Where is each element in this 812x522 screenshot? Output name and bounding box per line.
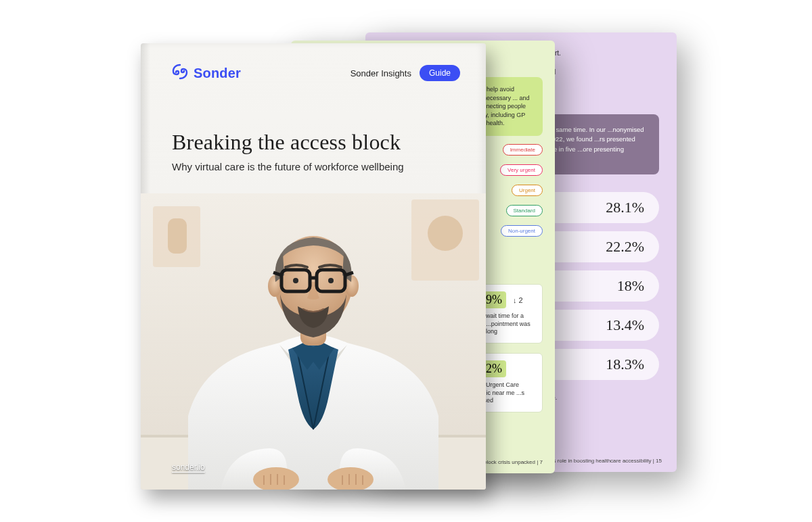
triage-pill-standard: Standard <box>506 205 543 216</box>
svg-point-14 <box>328 278 334 283</box>
cover-title: Breaking the access block <box>172 130 459 155</box>
cover-page: Sonder Sonder Insights Guide Breaking th… <box>141 43 486 490</box>
svg-point-13 <box>293 278 298 283</box>
insights-label: Sonder Insights <box>351 68 411 78</box>
stat-value: 13.4% <box>606 316 644 333</box>
stat-value: 28.1% <box>606 199 644 216</box>
stat-value: 18% <box>617 277 644 294</box>
stat-value: 22.2% <box>606 238 644 255</box>
hero-image <box>141 193 486 490</box>
page3-footer: ...yer's role in boosting healthcare acc… <box>540 458 662 464</box>
triage-pill-urgent: Urgent <box>512 185 543 196</box>
brand: Sonder <box>172 64 241 82</box>
site-url: sonder.io <box>172 462 205 472</box>
triage-pill-very-urgent: Very urgent <box>500 164 543 176</box>
stat-value: 18.3% <box>606 356 644 373</box>
brand-name: Sonder <box>194 66 241 81</box>
triage-pill-immediate: Immediate <box>503 144 543 156</box>
stage: ...r week across different ... support. … <box>0 0 812 522</box>
sonder-logo-icon <box>172 64 188 82</box>
cover-header: Sonder Sonder Insights Guide <box>172 64 460 82</box>
reason-card-rank: ↓ 2 <box>513 296 523 304</box>
guide-badge: Guide <box>420 65 460 81</box>
triage-pill-non-urgent: Non-urgent <box>501 225 543 237</box>
svg-rect-2 <box>168 218 187 254</box>
svg-point-4 <box>428 216 463 251</box>
cover-subtitle: Why virtual care is the future of workfo… <box>172 161 459 172</box>
